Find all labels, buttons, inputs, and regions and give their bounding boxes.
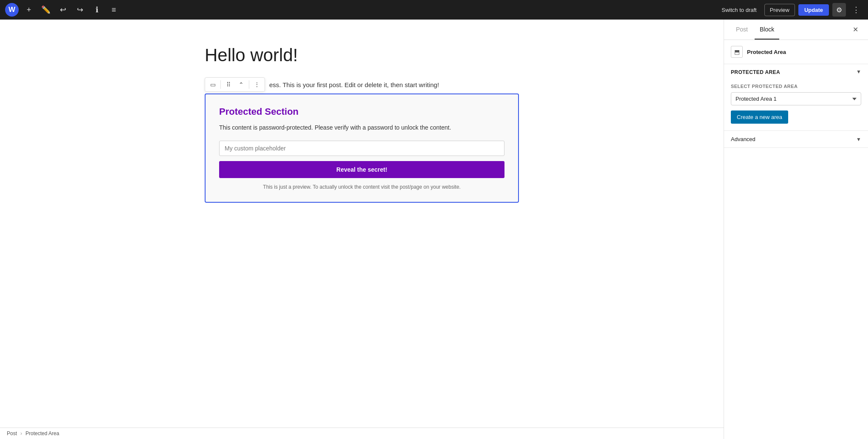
undo-button[interactable]: ↩ xyxy=(56,3,70,17)
create-new-area-button[interactable]: Create a new area xyxy=(731,110,788,124)
breadcrumb-post[interactable]: Post xyxy=(7,431,17,436)
chevron-up-icon: ▲ xyxy=(856,69,861,75)
protected-section-description: This content is password-protected. Plea… xyxy=(219,123,504,132)
sidebar-header: Post Block ✕ xyxy=(724,20,868,40)
move-icon: ⌃ xyxy=(239,81,244,88)
drag-icon: ⠿ xyxy=(226,81,231,88)
post-title[interactable]: Hello world! xyxy=(205,45,519,65)
topbar: W + ✏️ ↩ ↪ ℹ ≡ Switch to draft Preview U… xyxy=(0,0,868,20)
wp-logo-icon: W xyxy=(5,3,19,17)
toolbar-divider xyxy=(220,80,221,89)
protected-block: Protected Section This content is passwo… xyxy=(205,93,519,203)
breadcrumb: Post › Protected Area xyxy=(0,428,724,439)
main-layout: Hello world! ▭ ⠿ ⌃ ⋮ xyxy=(0,20,868,439)
password-input[interactable] xyxy=(219,141,504,156)
breadcrumb-area[interactable]: Protected Area xyxy=(25,431,59,436)
redo-button[interactable]: ↪ xyxy=(73,3,87,17)
gear-icon: ⚙ xyxy=(836,6,842,14)
list-view-button[interactable]: ≡ xyxy=(107,3,121,17)
block-icon: ⬒ xyxy=(731,46,743,58)
block-type-button[interactable]: ▭ xyxy=(207,79,219,91)
protected-section-title: Protected Section xyxy=(219,106,504,117)
panel-protected-title: Protected Area xyxy=(731,69,780,75)
add-block-button[interactable]: + xyxy=(22,3,36,17)
editor-area: Hello world! ▭ ⠿ ⌃ ⋮ xyxy=(0,20,724,439)
preview-button[interactable]: Preview xyxy=(764,4,795,16)
block-toolbar: ▭ ⠿ ⌃ ⋮ xyxy=(205,77,265,92)
move-up-down-button[interactable]: ⌃ xyxy=(235,79,247,91)
more-icon: ⋮ xyxy=(852,5,860,14)
panel-header-advanced[interactable]: Advanced ▼ xyxy=(724,131,868,147)
editor-content: Hello world! ▭ ⠿ ⌃ ⋮ xyxy=(188,45,536,203)
panel-header-protected[interactable]: Protected Area ▲ xyxy=(724,64,868,80)
advanced-title: Advanced xyxy=(731,136,755,142)
protected-section-hint: This is just a preview. To actually unlo… xyxy=(219,184,504,190)
reveal-secret-button[interactable]: Reveal the secret! xyxy=(219,161,504,178)
drag-handle-button[interactable]: ⠿ xyxy=(223,79,234,91)
switch-to-draft-button[interactable]: Switch to draft xyxy=(717,4,761,16)
block-name-label: Protected Area xyxy=(747,49,786,55)
excerpt-text: ess. This is your first post. Edit or de… xyxy=(269,81,439,88)
protected-area-panel: Protected Area ▲ SELECT PROTECTED AREA P… xyxy=(724,64,868,131)
tab-block[interactable]: Block xyxy=(755,20,779,40)
sidebar: Post Block ✕ ⬒ Protected Area Protected … xyxy=(724,20,868,439)
edit-tool-button[interactable]: ✏️ xyxy=(39,3,53,17)
toolbar-divider-2 xyxy=(249,80,249,89)
update-button[interactable]: Update xyxy=(798,4,829,16)
options-icon: ⋮ xyxy=(254,81,260,88)
block-options-button[interactable]: ⋮ xyxy=(251,79,263,91)
panel-body-protected: SELECT PROTECTED AREA Protected Area 1 P… xyxy=(724,80,868,130)
more-options-button[interactable]: ⋮ xyxy=(849,3,863,17)
chevron-down-icon: ▼ xyxy=(856,136,861,142)
block-toolbar-wrapper: ▭ ⠿ ⌃ ⋮ ess. This is your first post. Ed… xyxy=(205,77,519,92)
sidebar-block-header: ⬒ Protected Area xyxy=(724,40,868,64)
block-type-icon: ▭ xyxy=(210,81,216,88)
settings-button[interactable]: ⚙ xyxy=(832,3,846,17)
protected-area-select[interactable]: Protected Area 1 Protected Area 2 xyxy=(731,92,861,105)
advanced-panel: Advanced ▼ xyxy=(724,131,868,148)
info-button[interactable]: ℹ xyxy=(90,3,104,17)
sidebar-close-button[interactable]: ✕ xyxy=(849,24,861,36)
breadcrumb-separator: › xyxy=(20,431,22,436)
tab-post[interactable]: Post xyxy=(731,20,753,40)
select-label: SELECT PROTECTED AREA xyxy=(731,84,861,89)
topbar-right: Switch to draft Preview Update ⚙ ⋮ xyxy=(717,3,863,17)
